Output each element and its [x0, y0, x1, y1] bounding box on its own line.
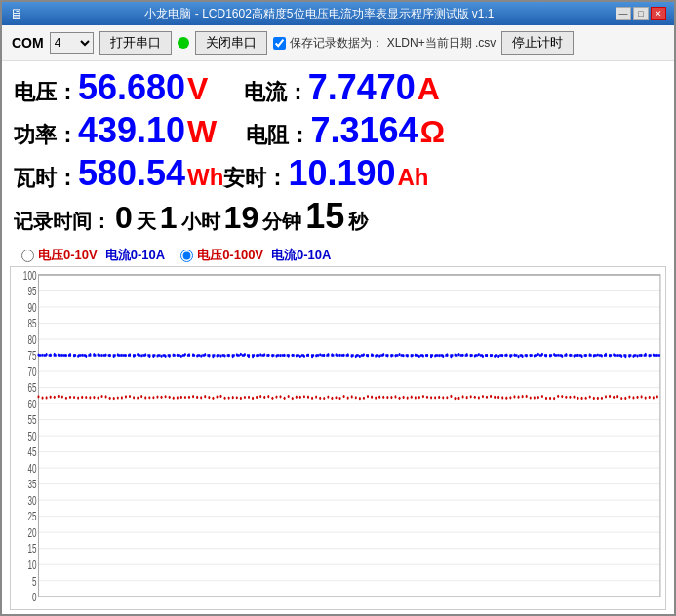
svg-point-51 — [65, 354, 67, 357]
stop-timer-button[interactable]: 停止计时 — [501, 31, 574, 55]
svg-point-256 — [256, 396, 258, 399]
current-value: 7.7470 — [308, 67, 416, 108]
svg-point-301 — [434, 396, 436, 399]
svg-point-204 — [50, 396, 52, 399]
svg-point-141 — [422, 354, 424, 357]
svg-point-341 — [593, 397, 595, 400]
svg-point-236 — [177, 396, 179, 399]
svg-point-347 — [616, 395, 618, 398]
svg-point-273 — [323, 397, 325, 400]
svg-point-318 — [501, 396, 503, 399]
svg-point-258 — [263, 396, 265, 399]
title-bar: 🖥 小龙电脑 - LCD1602高精度5位电压电流功率表显示程序测试版 v1.1… — [2, 2, 674, 25]
restore-button[interactable]: □ — [633, 7, 649, 20]
svg-point-54 — [77, 355, 79, 358]
svg-point-147 — [446, 353, 448, 356]
svg-text:80: 80 — [27, 332, 36, 346]
svg-point-357 — [656, 395, 658, 398]
power-value: 439.10 — [78, 110, 185, 151]
svg-text:70: 70 — [27, 365, 36, 378]
svg-point-115 — [319, 353, 321, 356]
days-value: 0 — [115, 200, 133, 236]
svg-point-103 — [271, 354, 273, 357]
svg-point-325 — [530, 396, 532, 399]
svg-point-191 — [620, 355, 622, 358]
svg-point-106 — [284, 354, 286, 357]
svg-point-56 — [85, 355, 87, 358]
days-unit: 天 — [137, 209, 156, 235]
svg-point-334 — [565, 396, 567, 399]
svg-point-173 — [549, 354, 551, 357]
open-port-button[interactable]: 打开串口 — [99, 31, 172, 55]
svg-point-350 — [628, 395, 630, 398]
svg-point-161 — [501, 354, 503, 357]
svg-point-302 — [438, 396, 440, 399]
svg-point-177 — [565, 353, 567, 356]
svg-point-167 — [526, 354, 528, 357]
svg-point-69 — [137, 353, 139, 356]
svg-point-111 — [303, 355, 305, 358]
svg-point-323 — [522, 395, 524, 398]
svg-point-274 — [327, 395, 329, 398]
power-unit: W — [187, 114, 217, 150]
radio-input-2[interactable] — [180, 250, 193, 262]
svg-point-98 — [252, 355, 254, 358]
svg-point-121 — [343, 354, 345, 357]
svg-point-344 — [605, 395, 607, 398]
svg-point-155 — [478, 353, 480, 356]
power-resistance-row: 功率： 439.10 W 电阻： 7.3164 Ω — [14, 110, 662, 151]
svg-point-253 — [244, 396, 246, 399]
svg-point-135 — [399, 353, 401, 356]
svg-point-261 — [275, 395, 277, 398]
voltage-label: 电压： — [14, 78, 78, 107]
svg-point-226 — [137, 396, 139, 399]
svg-point-82 — [188, 353, 190, 356]
svg-text:45: 45 — [27, 444, 36, 458]
svg-point-212 — [81, 396, 83, 399]
svg-point-283 — [363, 397, 365, 400]
svg-point-262 — [280, 395, 282, 398]
svg-point-225 — [133, 396, 135, 399]
svg-text:50: 50 — [27, 429, 36, 443]
svg-point-200 — [656, 354, 658, 357]
svg-point-232 — [161, 396, 163, 399]
svg-text:55: 55 — [27, 412, 36, 426]
svg-point-83 — [192, 353, 194, 356]
save-checkbox[interactable] — [273, 37, 286, 50]
com-select[interactable]: 4 — [50, 32, 94, 54]
svg-point-272 — [319, 397, 321, 400]
svg-point-124 — [355, 355, 357, 358]
save-label: 保存记录数据为： — [290, 35, 383, 52]
radio-option-1: 电压0-10V 电流0-10A — [21, 247, 165, 264]
radio-input-1[interactable] — [21, 250, 34, 262]
svg-point-118 — [331, 353, 333, 356]
svg-point-269 — [307, 396, 309, 399]
svg-point-247 — [220, 395, 222, 398]
svg-text:35: 35 — [27, 478, 36, 491]
svg-point-58 — [93, 353, 95, 356]
svg-point-60 — [101, 354, 103, 357]
minimize-button[interactable]: — — [616, 7, 631, 20]
svg-point-203 — [46, 396, 48, 399]
radio2-a-label: 电流0-10A — [271, 247, 331, 264]
svg-point-285 — [371, 396, 373, 399]
svg-point-120 — [339, 354, 341, 357]
close-button[interactable]: ✕ — [651, 7, 666, 20]
svg-point-101 — [263, 353, 265, 356]
svg-point-171 — [541, 353, 543, 356]
svg-point-79 — [177, 354, 179, 357]
svg-point-324 — [526, 395, 528, 398]
svg-point-337 — [577, 397, 579, 400]
save-checkbox-area: 保存记录数据为： XLDN+当前日期 .csv — [273, 35, 497, 52]
svg-point-343 — [601, 397, 603, 400]
svg-point-223 — [125, 395, 127, 398]
svg-point-322 — [518, 396, 520, 399]
svg-point-66 — [125, 354, 127, 357]
svg-point-206 — [58, 395, 60, 398]
radio-option-2: 电压0-100V 电流0-10A — [180, 247, 331, 264]
svg-point-255 — [252, 397, 254, 400]
svg-point-125 — [359, 355, 361, 358]
close-port-button[interactable]: 关闭串口 — [195, 31, 267, 55]
svg-point-165 — [518, 355, 520, 358]
toolbar: COM 4 打开串口 关闭串口 保存记录数据为： XLDN+当前日期 .csv … — [2, 25, 674, 61]
